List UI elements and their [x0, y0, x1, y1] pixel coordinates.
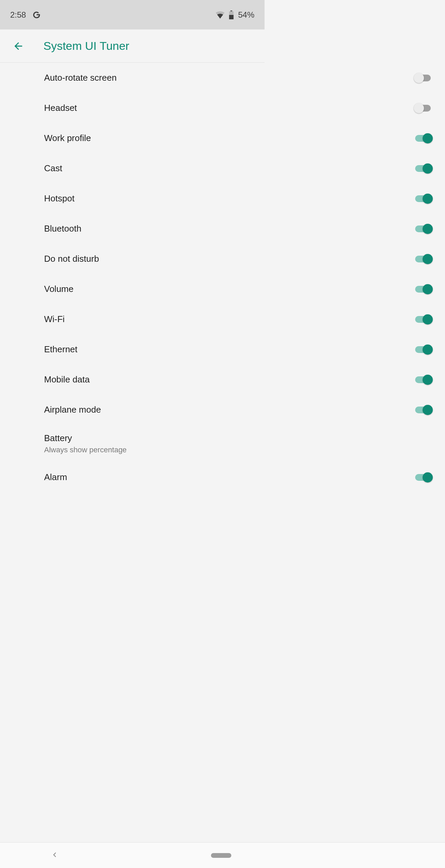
status-battery-pct: 54%	[238, 10, 254, 20]
row-label: Work profile	[44, 133, 265, 143]
settings-row[interactable]: Hotspot	[0, 183, 265, 214]
row-label: Auto-rotate screen	[44, 73, 265, 83]
row-label: Headset	[44, 103, 265, 113]
svg-rect-0	[230, 11, 232, 12]
row-label-container: Ethernet	[44, 344, 265, 355]
row-label-container: Work profile	[44, 133, 265, 143]
row-label-container: Alarm	[44, 472, 265, 482]
row-label-container: Bluetooth	[44, 223, 265, 234]
app-bar: System UI Tuner	[0, 29, 265, 63]
google-icon	[32, 11, 41, 19]
settings-row[interactable]: Bluetooth	[0, 214, 265, 244]
row-label-container: Airplane mode	[44, 405, 265, 415]
settings-row[interactable]: Ethernet	[0, 334, 265, 364]
row-label: Ethernet	[44, 344, 265, 355]
settings-row[interactable]: Cast	[0, 153, 265, 183]
status-time: 2:58	[10, 10, 26, 20]
row-label: Hotspot	[44, 193, 265, 204]
row-label-container: Do not disturb	[44, 254, 265, 264]
settings-row[interactable]: Mobile data	[0, 364, 265, 395]
settings-row[interactable]: Wi-Fi	[0, 304, 265, 334]
settings-row[interactable]: Alarm	[0, 462, 265, 492]
row-label: Volume	[44, 284, 265, 294]
row-label-container: Headset	[44, 103, 265, 113]
row-label-container: Cast	[44, 163, 265, 174]
row-label: Do not disturb	[44, 254, 265, 264]
row-label: Bluetooth	[44, 223, 265, 234]
settings-row[interactable]: Airplane mode	[0, 395, 265, 425]
row-label-container: Hotspot	[44, 193, 265, 204]
row-label-container: Mobile data	[44, 374, 265, 385]
svg-rect-2	[229, 15, 233, 19]
row-secondary: Always show percentage	[44, 446, 265, 454]
row-label-container: Wi-Fi	[44, 314, 265, 324]
wifi-icon	[216, 11, 225, 19]
row-label: Wi-Fi	[44, 314, 265, 324]
settings-list: Auto-rotate screenHeadsetWork profileCas…	[0, 63, 265, 516]
settings-row[interactable]: Headset	[0, 93, 265, 123]
row-label: Airplane mode	[44, 405, 265, 415]
back-button[interactable]	[12, 39, 25, 53]
row-label: Alarm	[44, 472, 265, 482]
settings-row[interactable]: Work profile	[0, 123, 265, 153]
battery-icon	[229, 11, 234, 19]
row-label: Cast	[44, 163, 265, 174]
settings-row[interactable]: Do not disturb	[0, 244, 265, 274]
row-label-container: Auto-rotate screen	[44, 73, 265, 83]
row-label-container: BatteryAlways show percentage	[44, 433, 265, 454]
arrow-back-icon	[13, 40, 24, 52]
status-bar: 2:58 54%	[0, 0, 265, 29]
settings-row[interactable]: Auto-rotate screen	[0, 63, 265, 93]
row-label-container: Volume	[44, 284, 265, 294]
settings-row[interactable]: BatteryAlways show percentage	[0, 425, 265, 462]
row-label: Mobile data	[44, 374, 265, 385]
settings-row[interactable]: Volume	[0, 274, 265, 304]
row-label: Battery	[44, 433, 265, 443]
appbar-title: System UI Tuner	[43, 39, 129, 53]
